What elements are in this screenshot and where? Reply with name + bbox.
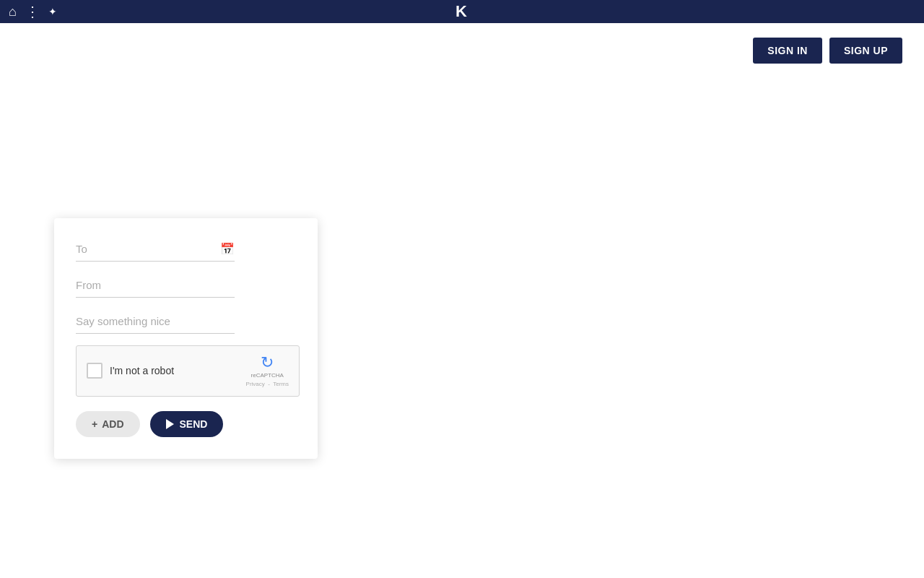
captcha-label: I'm not a robot — [110, 365, 239, 376]
captcha-widget[interactable]: I'm not a robot ↻ reCAPTCHA Privacy - Te… — [76, 345, 300, 397]
form-card: 📅 I'm not a robot ↻ reCAPTCHA Privacy - … — [54, 218, 318, 459]
to-input[interactable] — [76, 240, 214, 258]
captcha-privacy: Privacy — [246, 381, 265, 387]
captcha-checkbox[interactable] — [87, 363, 103, 379]
auth-buttons: SIGN IN SIGN UP — [753, 38, 902, 64]
navbar-center: K — [456, 2, 468, 21]
navbar: K — [0, 0, 924, 23]
send-label: SEND — [180, 418, 208, 430]
from-field — [76, 273, 296, 298]
form-buttons: + ADD SEND — [76, 411, 296, 437]
home-icon[interactable] — [9, 4, 17, 20]
signin-button[interactable]: SIGN IN — [753, 38, 822, 64]
to-field: 📅 — [76, 240, 296, 262]
captcha-brand: reCAPTCHA — [251, 372, 284, 379]
message-input[interactable] — [76, 309, 235, 334]
message-field — [76, 309, 296, 334]
main-content: SIGN IN SIGN UP 📅 I'm not a robot ↻ reCA… — [0, 23, 924, 578]
app-logo: K — [456, 2, 468, 20]
captcha-terms: Terms — [273, 381, 289, 387]
signup-button[interactable]: SIGN UP — [829, 38, 902, 64]
captcha-subtext: Privacy - Terms — [246, 381, 289, 387]
navbar-left — [9, 3, 57, 20]
contact-book-icon[interactable]: 📅 — [220, 242, 235, 256]
puzzle-icon[interactable] — [48, 6, 57, 17]
send-arrow-icon — [166, 419, 174, 429]
to-field-wrapper: 📅 — [76, 240, 235, 262]
add-label: ADD — [102, 418, 123, 430]
captcha-logo-area: ↻ reCAPTCHA Privacy - Terms — [246, 355, 289, 387]
from-input[interactable] — [76, 273, 235, 298]
add-button[interactable]: + ADD — [76, 411, 140, 437]
send-button[interactable]: SEND — [150, 411, 224, 437]
plus-icon: + — [92, 418, 97, 430]
recaptcha-logo: ↻ — [261, 355, 274, 371]
menu-icon[interactable] — [25, 3, 40, 20]
